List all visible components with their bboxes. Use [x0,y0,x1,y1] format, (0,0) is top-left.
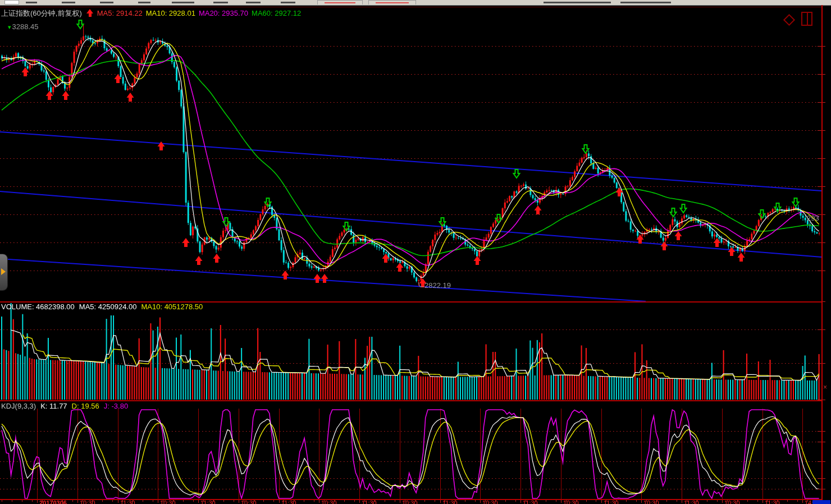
menu-item[interactable] [246,2,261,3]
kdj-j-value: J: -3.80 [104,402,128,410]
menu-item[interactable] [100,2,113,3]
volume-ma10-value: MA10: 4051278.50 [141,303,203,311]
chart-title: 上证指数(60分钟,前复权) [1,9,82,17]
menu-item[interactable] [213,2,228,3]
menu-file-icon[interactable] [4,0,19,4]
volume-ma5-value: MA5: 4250924.00 [79,303,137,311]
ma10-value: MA10: 2928.01 [146,9,195,17]
menu-bar[interactable] [0,0,831,6]
close-panel-icon[interactable]: × [823,384,827,391]
chart-canvas[interactable] [0,0,831,504]
split-window-icon[interactable] [801,12,812,26]
kdj-name: KDJ(9,3,3) [1,402,36,410]
buy-signal-icon [86,9,94,17]
divider-main-volume[interactable] [0,301,822,303]
menu-right-text [620,2,671,3]
menu-right-text [544,2,611,3]
chart-top-border [0,7,822,7]
menu-item[interactable] [172,2,194,3]
high-price-label: ▾3288.45 [8,22,39,31]
right-border [821,5,823,504]
low-price-label: 2822.19 [424,281,451,290]
expand-arrow-icon [1,268,6,275]
sidebar-expand-tab[interactable] [0,254,8,291]
kdj-k-value: K: 11.77 [40,402,67,410]
main-chart-header: 上证指数(60分钟,前复权)MA5: 2914.22MA10: 2928.01M… [1,8,304,19]
divider-volume-kdj[interactable] [0,400,822,401]
kdj-header: KDJ(9,3,3)K: 11.77D: 19.56J: -3.80 [1,402,133,410]
ma20-value: MA20: 2935.70 [199,9,248,17]
ma60-value: MA60: 2927.12 [252,9,301,17]
high-marker-icon: ▾ [8,24,11,30]
kdj-d-value: D: 19.56 [72,402,99,410]
axis-selection-block [812,500,830,504]
menu-item[interactable] [138,2,150,3]
menu-item[interactable] [62,2,75,3]
last-price-label: 293 [807,214,822,222]
menu-item[interactable] [281,2,295,3]
ma5-value: MA5: 2914.22 [97,9,143,17]
menu-item[interactable] [26,2,37,3]
volume-header: VOLUME: 4682398.00MA5: 4250924.00MA10: 4… [1,303,207,311]
toolbar-button-left[interactable] [317,0,363,4]
time-axis-line [0,499,822,500]
toolbar-button-right[interactable] [368,0,416,4]
volume-value: VOLUME: 4682398.00 [1,303,75,311]
